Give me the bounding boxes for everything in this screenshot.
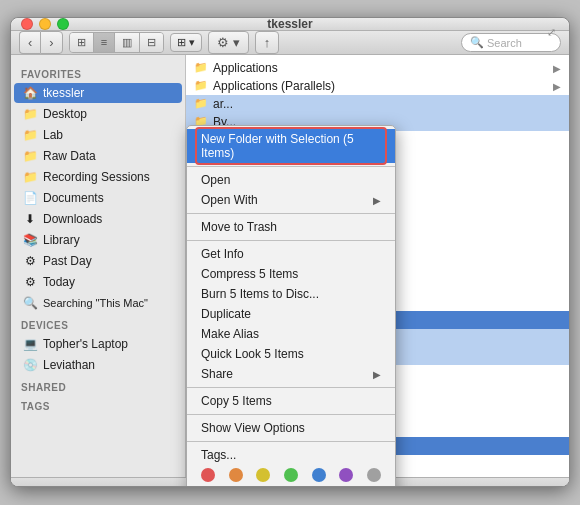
menu-separator (187, 414, 395, 415)
sidebar-item-label: Downloads (43, 212, 102, 226)
menu-item-open-with[interactable]: Open With ▶ (187, 190, 395, 210)
folder-icon: 📁 (194, 97, 208, 111)
past-day-icon: ⚙ (22, 253, 38, 269)
minimize-button[interactable] (39, 18, 51, 30)
menu-item-share[interactable]: Share ▶ (187, 364, 395, 384)
menu-item-new-folder-selection[interactable]: New Folder with Selection (5 Items) (187, 129, 395, 163)
sidebar-item-label: Raw Data (43, 149, 96, 163)
content-wrapper: FAVORITES 🏠 tkessler 📁 Desktop 📁 Lab 📁 R… (11, 55, 569, 477)
documents-icon: 📄 (22, 190, 38, 206)
tag-color-yellow[interactable] (256, 468, 270, 482)
devices-label: DEVICES (11, 314, 185, 333)
sidebar-item-label: Today (43, 275, 75, 289)
sidebar-item-tkessler[interactable]: 🏠 tkessler (14, 83, 182, 103)
tag-color-green[interactable] (284, 468, 298, 482)
sidebar-item-documents[interactable]: 📄 Documents (14, 188, 182, 208)
searching-icon: 🔍 (22, 295, 38, 311)
titlebar: tkessler ⤢ (11, 18, 569, 31)
menu-separator (187, 166, 395, 167)
sidebar-item-library[interactable]: 📚 Library (14, 230, 182, 250)
tag-color-orange[interactable] (229, 468, 243, 482)
sidebar-item-desktop[interactable]: 📁 Desktop (14, 104, 182, 124)
back-button[interactable]: ‹ (19, 31, 40, 54)
favorites-label: FAVORITES (11, 63, 185, 82)
library-icon: 📚 (22, 232, 38, 248)
menu-item-tag-colors[interactable] (187, 465, 395, 485)
sidebar: FAVORITES 🏠 tkessler 📁 Desktop 📁 Lab 📁 R… (11, 55, 186, 477)
menu-item-make-alias[interactable]: Make Alias (187, 324, 395, 344)
desktop-icon: 📁 (22, 106, 38, 122)
tkessler-icon: 🏠 (22, 85, 38, 101)
menu-item-quick-look[interactable]: Quick Look 5 Items (187, 344, 395, 364)
menu-item-show-view-options[interactable]: Show View Options (187, 418, 395, 438)
forward-button[interactable]: › (40, 31, 62, 54)
folder-icon: 📁 (194, 79, 208, 93)
sidebar-item-today[interactable]: ⚙ Today (14, 272, 182, 292)
sidebar-item-label: Documents (43, 191, 104, 205)
menu-separator (187, 441, 395, 442)
raw-data-icon: 📁 (22, 148, 38, 164)
menu-item-compress[interactable]: Compress 5 Items (187, 264, 395, 284)
finder-window: tkessler ⤢ ‹ › ⊞ ≡ ▥ ⊟ ⊞ ▾ ⚙ ▾ ↑ 🔍 Searc… (10, 17, 570, 487)
sidebar-item-label: Library (43, 233, 80, 247)
action-button[interactable]: ⚙ ▾ (208, 31, 249, 54)
sidebar-item-label: Recording Sessions (43, 170, 150, 184)
menu-separator (187, 213, 395, 214)
column-view-button[interactable]: ▥ (115, 33, 140, 52)
sidebar-item-label: Past Day (43, 254, 92, 268)
expand-icon[interactable]: ⤢ (547, 26, 561, 40)
search-icon: 🔍 (470, 36, 484, 49)
sidebar-item-recording-sessions[interactable]: 📁 Recording Sessions (14, 167, 182, 187)
search-placeholder: Search (487, 37, 522, 49)
menu-item-copy[interactable]: Copy 5 Items (187, 391, 395, 411)
sidebar-item-label: Desktop (43, 107, 87, 121)
sidebar-item-tophers-laptop[interactable]: 💻 Topher's Laptop (14, 334, 182, 354)
icon-view-button[interactable]: ⊞ (70, 33, 94, 52)
tag-color-red[interactable] (201, 468, 215, 482)
submenu-arrow: ▶ (373, 369, 381, 380)
traffic-lights (21, 18, 69, 30)
tag-color-blue[interactable] (312, 468, 326, 482)
menu-item-open[interactable]: Open (187, 170, 395, 190)
menu-item-tags[interactable]: Tags... (187, 445, 395, 465)
downloads-icon: ⬇ (22, 211, 38, 227)
tag-color-purple[interactable] (339, 468, 353, 482)
file-row[interactable]: 📁 Applications ▶ (186, 59, 569, 77)
search-box[interactable]: 🔍 Search (461, 33, 561, 52)
sidebar-item-raw-data[interactable]: 📁 Raw Data (14, 146, 182, 166)
tags-label: TAGS (11, 395, 185, 414)
recording-sessions-icon: 📁 (22, 169, 38, 185)
maximize-button[interactable] (57, 18, 69, 30)
context-menu[interactable]: New Folder with Selection (5 Items) Open… (186, 125, 396, 487)
view-buttons: ⊞ ≡ ▥ ⊟ (69, 32, 164, 53)
leviathan-icon: 💿 (22, 357, 38, 373)
sidebar-item-downloads[interactable]: ⬇ Downloads (14, 209, 182, 229)
sidebar-item-lab[interactable]: 📁 Lab (14, 125, 182, 145)
sidebar-item-searching-this-mac[interactable]: 🔍 Searching "This Mac" (14, 293, 182, 313)
file-row[interactable]: 📁 ar... (186, 95, 569, 113)
folder-icon: 📁 (194, 61, 208, 75)
lab-icon: 📁 (22, 127, 38, 143)
sidebar-item-label: Topher's Laptop (43, 337, 128, 351)
share-button[interactable]: ↑ (255, 31, 280, 54)
close-button[interactable] (21, 18, 33, 30)
sidebar-item-past-day[interactable]: ⚙ Past Day (14, 251, 182, 271)
sidebar-item-leviathan[interactable]: 💿 Leviathan (14, 355, 182, 375)
menu-item-get-info[interactable]: Get Info (187, 244, 395, 264)
shared-label: SHARED (11, 376, 185, 395)
window-title: tkessler (267, 17, 312, 31)
coverflow-view-button[interactable]: ⊟ (140, 33, 163, 52)
sidebar-item-label: Searching "This Mac" (43, 297, 148, 309)
sidebar-item-label: Leviathan (43, 358, 95, 372)
file-row[interactable]: 📁 Applications (Parallels) ▶ (186, 77, 569, 95)
menu-item-duplicate[interactable]: Duplicate (187, 304, 395, 324)
menu-item-move-to-trash[interactable]: Move to Trash (187, 217, 395, 237)
tag-color-gray[interactable] (367, 468, 381, 482)
menu-separator (187, 387, 395, 388)
menu-item-burn[interactable]: Burn 5 Items to Disc... (187, 284, 395, 304)
list-view-button[interactable]: ≡ (94, 33, 115, 52)
arrange-button[interactable]: ⊞ ▾ (170, 33, 202, 52)
nav-buttons: ‹ › (19, 31, 63, 54)
tophers-laptop-icon: 💻 (22, 336, 38, 352)
toolbar: ‹ › ⊞ ≡ ▥ ⊟ ⊞ ▾ ⚙ ▾ ↑ 🔍 Search (11, 31, 569, 55)
